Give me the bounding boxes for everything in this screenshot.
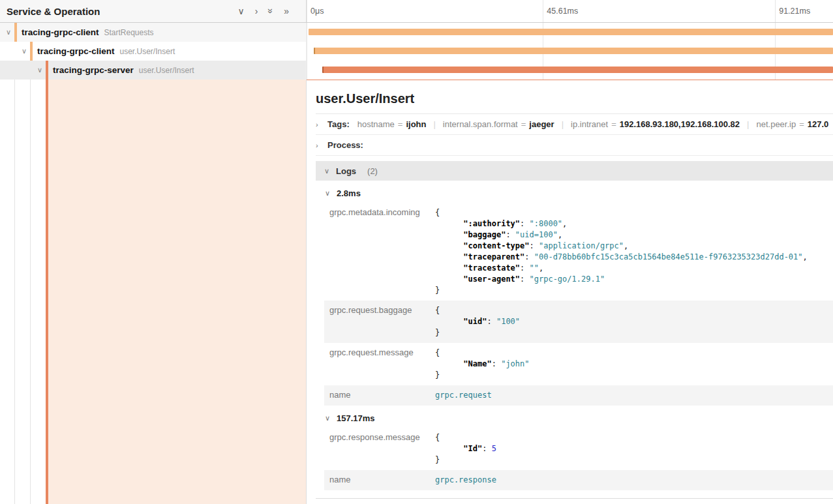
ruler-gridline (775, 0, 776, 22)
tag-separator: | (433, 119, 435, 129)
tags-accordion[interactable]: › Tags: hostname=ijohn|internal.span.for… (316, 114, 833, 135)
process-label: Process: (327, 140, 363, 150)
tag-separator: | (747, 119, 749, 129)
log-field-value: { "uid": "100" } (435, 301, 833, 343)
tag-value: ijohn (406, 119, 426, 129)
log-field-row: grpc.metadata.incoming{ ":authority": ":… (324, 203, 833, 301)
logs-label: Logs (336, 166, 356, 176)
span-duration-bar[interactable] (309, 29, 833, 35)
chevron-down-icon[interactable]: ∨ (237, 7, 244, 16)
tree-toolbar-icons: ∨›»» (237, 7, 299, 16)
log-field-row: grpc.response.message{ "Id": 5 } (324, 428, 833, 470)
tree-guide-line (14, 80, 15, 504)
chevron-down-icon[interactable]: ∨ (3, 28, 14, 37)
span-row[interactable]: ∨tracing-grpc-serveruser.User/Insert (0, 61, 833, 80)
logs-count: (2) (367, 166, 378, 176)
tag-key: net.peer.ip (756, 119, 796, 129)
process-accordion[interactable]: › Process: (316, 135, 833, 156)
log-field-value: grpc.response (435, 470, 833, 490)
ruler-gridline (543, 0, 543, 22)
ruler-tick-label: 91.21ms (779, 7, 810, 16)
tag-key: hostname (357, 119, 395, 129)
trace-timeline-view: Service & Operation ∨›»» 0μs45.61ms91.21… (0, 0, 833, 504)
span-row[interactable]: ∨tracing-grpc-clientStartRequests (0, 23, 833, 42)
tag-value: 192.168.93.180,192.168.100.82 (620, 119, 740, 129)
service-operation-title: Service & Operation (7, 6, 100, 17)
chevron-down-icon[interactable]: ∨ (18, 47, 30, 55)
expand-all-icon[interactable]: » (284, 7, 289, 16)
log-group-header[interactable]: ∨157.17ms (324, 406, 833, 428)
log-field-key: grpc.response.message (324, 428, 435, 470)
log-field-row: grpc.request.baggage{ "uid": "100" } (324, 301, 833, 343)
chevron-right-icon: › (316, 141, 322, 149)
tag-equals: = (611, 119, 616, 129)
ruler-tick-label: 0μs (310, 7, 324, 16)
logs-accordion[interactable]: ∨ Logs (2) (316, 161, 833, 181)
logs-footer-note: Log timestamps are relative to the start… (316, 498, 833, 504)
chevron-down-icon: ∨ (325, 189, 331, 198)
log-field-key: grpc.request.message (324, 343, 435, 385)
log-field-row: grpc.request.message{ "Name": "john" } (324, 343, 833, 385)
tag-value: jaeger (529, 119, 554, 129)
log-field-key: name (324, 385, 435, 406)
tag-key: internal.span.format (443, 119, 518, 129)
chevron-down-icon: ∨ (324, 167, 331, 175)
operation-name: StartRequests (104, 28, 154, 37)
span-row[interactable]: ∨tracing-grpc-clientuser.User/Insert (0, 42, 833, 61)
span-rows: ∨tracing-grpc-clientStartRequests∨tracin… (0, 23, 833, 80)
span-detail-title: user.User/Insert (316, 80, 833, 113)
tags-label: Tags: (327, 119, 350, 129)
span-duration-bar[interactable] (314, 48, 833, 54)
log-field-value: { ":authority": ":8000", "baggage": "uid… (435, 203, 833, 301)
log-field-value: grpc.request (435, 385, 833, 406)
log-field-row: namegrpc.response (324, 470, 833, 490)
service-name: tracing-grpc-client (37, 46, 115, 56)
tags-list: hostname=ijohn|internal.span.format=jaeg… (357, 119, 829, 129)
chevron-right-icon: › (316, 121, 322, 128)
span-color-strip (30, 42, 33, 61)
chevron-right-icon[interactable]: › (255, 7, 258, 16)
log-group-header[interactable]: ∨2.8ms (324, 181, 833, 203)
log-timestamp: 2.8ms (337, 188, 361, 198)
span-color-strip (14, 23, 17, 42)
tag-separator: | (562, 119, 564, 129)
ruler-tick-label: 45.61ms (547, 7, 578, 16)
collapse-all-icon[interactable]: » (266, 8, 275, 14)
logs-body: ∨2.8msgrpc.metadata.incoming{ ":authorit… (316, 181, 833, 490)
timeline-gridline (307, 23, 307, 42)
log-field-row: namegrpc.request (324, 385, 833, 406)
log-field-key: name (324, 470, 435, 490)
log-timestamp: 157.17ms (337, 413, 375, 423)
span-duration-bar[interactable] (322, 67, 833, 73)
chevron-down-icon: ∨ (325, 414, 331, 422)
service-name: tracing-grpc-server (53, 65, 134, 75)
span-detail-panel: user.User/Insert › Tags: hostname=ijohn|… (307, 80, 833, 504)
operation-name: user.User/Insert (120, 47, 175, 56)
log-field-value: { "Name": "john" } (435, 343, 833, 385)
log-field-key: grpc.request.baggage (324, 301, 435, 343)
tag-equals: = (799, 119, 804, 129)
timeline-gridline (307, 61, 307, 80)
selected-span-left-column[interactable] (0, 80, 307, 504)
timeline-header: Service & Operation ∨›»» 0μs45.61ms91.21… (0, 0, 833, 23)
service-operation-header: Service & Operation ∨›»» (0, 0, 307, 22)
ruler-gridline (307, 0, 307, 22)
timeline-body: user.User/Insert › Tags: hostname=ijohn|… (0, 80, 833, 504)
timeline-gridline (307, 42, 307, 61)
tag-equals: = (398, 119, 403, 129)
log-field-value: { "Id": 5 } (435, 428, 833, 470)
timeline-ruler[interactable]: 0μs45.61ms91.21ms (307, 0, 833, 22)
log-field-key: grpc.metadata.incoming (324, 203, 435, 301)
service-name: tracing-grpc-client (22, 27, 99, 37)
span-color-strip (46, 61, 48, 80)
chevron-down-icon[interactable]: ∨ (34, 66, 46, 74)
tree-guide-line (30, 80, 31, 504)
tag-value: 127.0 (808, 119, 829, 129)
operation-name: user.User/Insert (139, 66, 194, 75)
selected-span-highlight (46, 80, 306, 504)
tag-key: ip.intranet (571, 119, 608, 129)
log-fields-table: grpc.response.message{ "Id": 5 }namegrpc… (324, 428, 833, 490)
tag-equals: = (521, 119, 526, 129)
log-fields-table: grpc.metadata.incoming{ ":authority": ":… (324, 203, 833, 406)
